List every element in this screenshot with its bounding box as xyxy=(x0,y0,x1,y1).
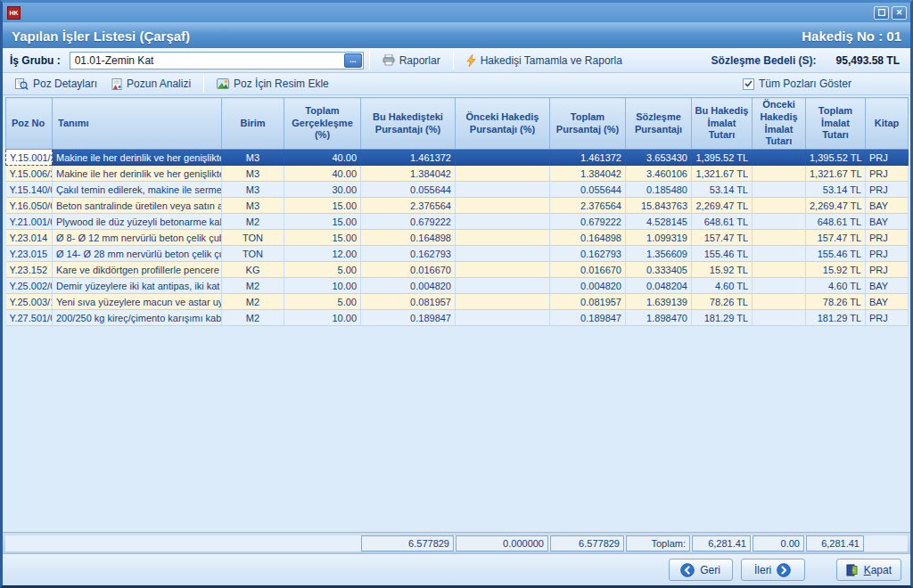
raporlar-button[interactable]: Raporlar xyxy=(375,53,448,69)
table-cell[interactable] xyxy=(456,262,550,278)
table-cell[interactable]: 4.528145 xyxy=(626,214,692,230)
table-cell[interactable] xyxy=(753,262,806,278)
table-cell[interactable] xyxy=(753,150,806,166)
column-header-5[interactable]: Bu Hakedişteki Pursantajı (%) xyxy=(361,98,456,150)
table-cell[interactable] xyxy=(456,294,550,310)
table-cell[interactable] xyxy=(456,230,550,246)
table-cell[interactable]: Y.21.001/03 xyxy=(6,214,53,230)
table-cell[interactable]: 0.048204 xyxy=(626,278,692,294)
table-cell[interactable]: 181.29 TL xyxy=(692,310,753,326)
table-cell[interactable]: 0.081957 xyxy=(550,294,626,310)
table-row[interactable]: Y.25.003/17Yeni sıva yüzeylere macun ve … xyxy=(6,294,909,310)
table-cell[interactable]: 53.14 TL xyxy=(692,182,753,198)
poz-resim-ekle-button[interactable]: Poz İçin Resim Ekle xyxy=(210,76,336,92)
table-cell[interactable]: 155.46 TL xyxy=(806,246,866,262)
table-cell[interactable]: 1.639139 xyxy=(626,294,692,310)
table-cell[interactable]: 12.00 xyxy=(284,246,361,262)
table-cell[interactable]: 0.185480 xyxy=(626,182,692,198)
table-cell[interactable]: 0.004820 xyxy=(361,278,456,294)
table-cell[interactable]: M3 xyxy=(222,150,284,166)
table-cell[interactable]: 3.653430 xyxy=(626,150,692,166)
table-cell[interactable]: 0.333405 xyxy=(626,262,692,278)
table-cell[interactable]: 40.00 xyxy=(284,150,361,166)
table-cell[interactable]: 1.384042 xyxy=(361,166,456,182)
table-cell[interactable]: PRJ xyxy=(866,166,909,182)
table-cell[interactable] xyxy=(753,246,806,262)
table-row[interactable]: Y.23.014Ø 8- Ø 12 mm nervürlü beton çeli… xyxy=(6,230,909,246)
table-cell[interactable]: 1.898470 xyxy=(626,310,692,326)
table-cell[interactable]: PRJ xyxy=(866,262,909,278)
table-cell[interactable]: BAY xyxy=(866,278,909,294)
table-cell[interactable]: 78.26 TL xyxy=(806,294,866,310)
table-cell[interactable]: 40.00 xyxy=(284,166,361,182)
table-cell[interactable] xyxy=(456,150,550,166)
table-cell[interactable]: 53.14 TL xyxy=(806,182,866,198)
table-cell[interactable] xyxy=(456,198,550,214)
table-cell[interactable]: PRJ xyxy=(866,182,909,198)
column-header-9[interactable]: Bu Hakediş İmalat Tutarı xyxy=(692,98,753,150)
table-cell[interactable] xyxy=(753,182,806,198)
table-cell[interactable]: 1.356609 xyxy=(626,246,692,262)
table-cell[interactable]: TON xyxy=(222,246,284,262)
table-row[interactable]: Y.15.140/04Çakıl temin edilerek, makine … xyxy=(6,182,909,198)
table-cell[interactable] xyxy=(753,294,806,310)
table-cell[interactable]: Y.15.001/2B xyxy=(6,150,53,166)
table-cell[interactable]: 1.099319 xyxy=(626,230,692,246)
table-row[interactable]: Y.16.050/04Beton santralinde üretilen ve… xyxy=(6,198,909,214)
table-cell[interactable]: 1,321.67 TL xyxy=(806,166,866,182)
table-cell[interactable]: 0.081957 xyxy=(361,294,456,310)
table-cell[interactable]: 15.92 TL xyxy=(692,262,753,278)
maximize-button[interactable] xyxy=(874,6,889,20)
table-cell[interactable]: M2 xyxy=(222,214,284,230)
table-cell[interactable]: 2.376564 xyxy=(361,198,456,214)
table-cell[interactable]: 157.47 TL xyxy=(806,230,866,246)
geri-button[interactable]: Geri xyxy=(669,559,733,581)
table-cell[interactable]: TON xyxy=(222,230,284,246)
poz-detaylari-button[interactable]: Poz Detayları xyxy=(8,76,104,92)
table-cell[interactable]: 0.004820 xyxy=(550,278,626,294)
table-cell[interactable] xyxy=(456,310,550,326)
column-header-4[interactable]: Toplam Gerçekleşme (%) xyxy=(284,98,361,150)
table-cell[interactable]: Y.25.002/02 xyxy=(6,278,53,294)
table-cell[interactable] xyxy=(456,166,550,182)
table-cell[interactable]: Ø 8- Ø 12 mm nervürlü beton çelik çub xyxy=(53,230,222,246)
table-cell[interactable] xyxy=(753,310,806,326)
table-cell[interactable]: Makine ile her derinlik ve her genişlikt… xyxy=(53,150,222,166)
table-cell[interactable]: 5.00 xyxy=(284,294,361,310)
table-cell[interactable] xyxy=(753,198,806,214)
table-cell[interactable]: Demir yüzeylere iki kat antipas, iki kat… xyxy=(53,278,222,294)
table-cell[interactable]: 0.162793 xyxy=(361,246,456,262)
table-cell[interactable]: 0.679222 xyxy=(361,214,456,230)
table-cell[interactable]: KG xyxy=(222,262,284,278)
table-cell[interactable]: Çakıl temin edilerek, makine ile serme, … xyxy=(53,182,222,198)
table-cell[interactable]: Y.16.050/04 xyxy=(6,198,53,214)
table-cell[interactable] xyxy=(456,182,550,198)
table-row[interactable]: Y.23.015Ø 14- Ø 28 mm nervürlü beton çel… xyxy=(6,246,909,262)
table-row[interactable]: Y.15.001/2BMakine ile her derinlik ve he… xyxy=(6,150,909,166)
column-header-3[interactable]: Birim xyxy=(222,98,284,150)
is-grubu-combobox[interactable]: 01.01-Zemin Kat ... xyxy=(70,52,364,69)
table-cell[interactable]: 15.00 xyxy=(284,214,361,230)
table-cell[interactable]: 5.00 xyxy=(284,262,361,278)
table-cell[interactable]: 648.61 TL xyxy=(692,214,753,230)
table-cell[interactable]: 2,269.47 TL xyxy=(806,198,866,214)
pozun-analizi-button[interactable]: Pozun Analizi xyxy=(104,76,198,92)
table-cell[interactable]: 15.00 xyxy=(284,230,361,246)
table-cell[interactable]: BAY xyxy=(866,198,909,214)
table-cell[interactable]: 1,395.52 TL xyxy=(692,150,753,166)
table-cell[interactable]: Y.15.006/2B xyxy=(6,166,53,182)
table-cell[interactable]: 0.055644 xyxy=(550,182,626,198)
table-cell[interactable]: 4.60 TL xyxy=(692,278,753,294)
table-cell[interactable]: 0.016670 xyxy=(550,262,626,278)
table-cell[interactable]: BAY xyxy=(866,214,909,230)
table-cell[interactable]: 0.189847 xyxy=(550,310,626,326)
table-cell[interactable]: BAY xyxy=(866,294,909,310)
table-cell[interactable]: 10.00 xyxy=(284,310,361,326)
table-cell[interactable]: 157.47 TL xyxy=(692,230,753,246)
table-cell[interactable] xyxy=(456,246,550,262)
table-cell[interactable]: Y.23.014 xyxy=(6,230,53,246)
table-cell[interactable]: PRJ xyxy=(866,230,909,246)
table-cell[interactable]: 15.00 xyxy=(284,198,361,214)
table-cell[interactable]: 0.162793 xyxy=(550,246,626,262)
table-cell[interactable]: 0.679222 xyxy=(550,214,626,230)
